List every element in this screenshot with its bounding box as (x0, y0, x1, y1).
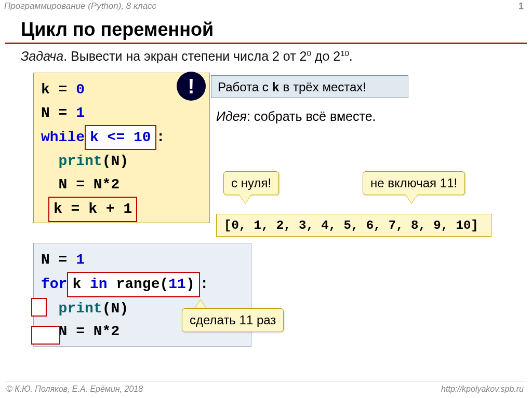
task-text: Задача. Вывести на экран степени числа 2… (21, 49, 353, 64)
code1-l5: N = N*2 (41, 173, 202, 197)
range-values: [0, 1, 2, 3, 4, 5, 6, 7, 8, 9, 10] (216, 214, 491, 237)
code1-l4: print(N) (41, 150, 202, 173)
title-rule (5, 43, 527, 44)
indent-box-2 (31, 326, 60, 345)
page-title: Цикл по переменной (21, 19, 214, 40)
indent-box-1 (31, 298, 47, 317)
callout-11-times: сделать 11 раз (182, 308, 284, 332)
idea-label: Идея (216, 109, 247, 123)
task-body-b: до 2 (311, 49, 340, 63)
while-condition-box: k <= 10 (85, 125, 156, 150)
code1-l3: while k <= 10 : (41, 125, 202, 150)
callout-excl-11: не включая 11! (363, 171, 465, 195)
task-body-c: . (349, 49, 353, 63)
code2-l2: for k in range(11): (41, 272, 244, 297)
attention-note: Работа с k в трёх местах! (211, 75, 408, 98)
note-k: k (272, 81, 280, 95)
callout-tail-2 (405, 194, 418, 203)
code2-l1: N = 1 (41, 249, 244, 272)
idea-text: Идея: собрать всё вместе. (216, 109, 376, 124)
callout-tail-1 (239, 194, 251, 203)
exp-10: 10 (340, 49, 349, 58)
page-number: 1 (518, 1, 524, 12)
for-header-box: k in range(11) (67, 272, 200, 297)
exp-0: 0 (307, 49, 311, 58)
task-body-a: . Вывести на экран степени числа 2 от 2 (63, 49, 307, 63)
code1-l6: k = k + 1 (41, 197, 202, 222)
course-header: Программирование (Python), 8 класс (4, 1, 156, 11)
attention-icon: ! (177, 72, 206, 101)
footer-url: http://kpolyakov.spb.ru (441, 385, 524, 394)
task-label: Задача (21, 49, 63, 63)
idea-body: : собрать всё вместе. (247, 109, 376, 123)
note-b: в трёх местах! (280, 80, 366, 94)
note-a: Работа с (218, 80, 272, 94)
code1-l2: N = 1 (41, 102, 202, 125)
callout-from-zero: с нуля! (223, 171, 279, 195)
increment-box: k = k + 1 (48, 197, 137, 222)
footer-copyright: © К.Ю. Поляков, Е.А. Ерёмин, 2018 (6, 385, 143, 394)
footer-rule (5, 381, 527, 381)
